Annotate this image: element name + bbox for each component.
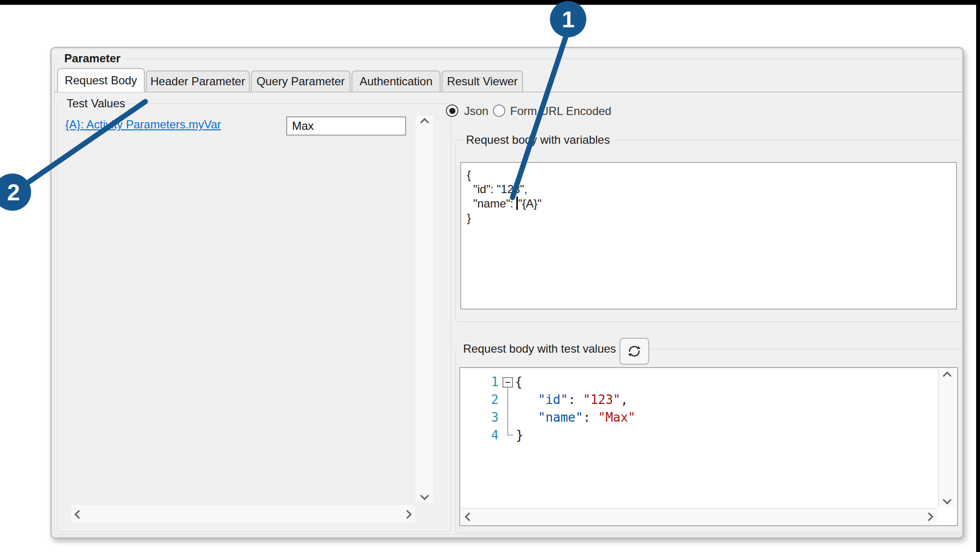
refresh-button[interactable] [619,338,649,365]
chevron-left-icon[interactable] [74,510,83,518]
chevron-up-icon[interactable] [943,371,951,380]
variables-line-3-before: "name": [473,197,516,210]
tab-header-parameter-label: Header Parameter [151,75,245,88]
code-line-3: "name": "Max" [538,409,636,426]
parameter-group-title: Parameter [60,52,124,65]
chevron-right-icon[interactable] [403,510,411,518]
tab-query-parameter[interactable]: Query Parameter [251,70,350,92]
variables-line-2: "id": "123", [467,182,956,196]
variables-line-4: } [467,211,956,225]
code-vertical-scrollbar[interactable] [938,369,955,507]
test-values-groupbox [57,104,451,532]
tab-request-body[interactable]: Request Body [57,68,145,92]
callout-2-number: 2 [7,180,20,205]
variable-link[interactable]: {A}: Activity Parameters.myVar [65,118,221,131]
callout-1-number: 1 [562,7,575,32]
variables-line-3: "name": "{A}" [467,196,956,211]
variables-textarea[interactable]: { "id": "123", "name": "{A}" } [460,162,957,310]
tab-header-parameter[interactable]: Header Parameter [146,70,250,92]
tabstrip-baseline [55,92,962,92]
tab-authentication-label: Authentication [360,75,432,88]
top-black-bar [0,0,980,5]
chevron-down-icon[interactable] [420,491,429,500]
test-value-input[interactable]: Max [286,116,406,136]
test-body-group-title: Request body with test values [459,342,620,356]
code-line-4: } [516,427,524,443]
callout-1-circle [550,1,586,37]
json-radio[interactable] [446,104,458,117]
test-values-group-title: Test Values [63,97,129,110]
tab-result-viewer-label: Result Viewer [447,75,518,88]
code-line-2: "id": "123", [538,391,628,408]
tab-request-body-label: Request Body [65,74,137,87]
test-values-vertical-scrollbar[interactable] [415,115,433,503]
collapse-minus-icon[interactable] [502,377,513,388]
radio-dot [449,108,455,114]
tab-result-viewer[interactable]: Result Viewer [442,70,523,92]
tab-authentication[interactable]: Authentication [351,70,441,92]
form-url-encoded-radio[interactable] [493,104,505,117]
code-line-number: 4 [479,427,499,443]
code-horizontal-scrollbar[interactable] [461,508,937,524]
chevron-down-icon[interactable] [943,495,951,504]
variables-line-3-after: "{A}" [518,197,541,210]
refresh-icon [626,343,642,359]
test-values-horizontal-scrollbar[interactable] [71,505,415,523]
callout-2-circle [0,173,31,211]
chevron-left-icon[interactable] [465,512,473,521]
variables-group-title: Request body with variables [462,133,614,147]
form-url-encoded-radio-label[interactable]: Form URL Encoded [510,104,611,118]
code-line-number: 1 [479,374,499,390]
test-body-code-viewer [459,367,958,526]
fold-guide-line [507,388,513,436]
test-value-input-text: Max [292,119,314,133]
code-line-1: { [515,374,523,390]
chevron-up-icon[interactable] [420,118,429,126]
chevron-right-icon[interactable] [924,512,933,521]
tab-query-parameter-label: Query Parameter [257,75,345,88]
variables-line-1: { [467,168,956,182]
json-radio-label[interactable]: Json [464,104,489,118]
code-line-number: 3 [479,409,499,426]
right-black-bar [976,0,980,552]
code-line-number: 2 [479,391,499,408]
